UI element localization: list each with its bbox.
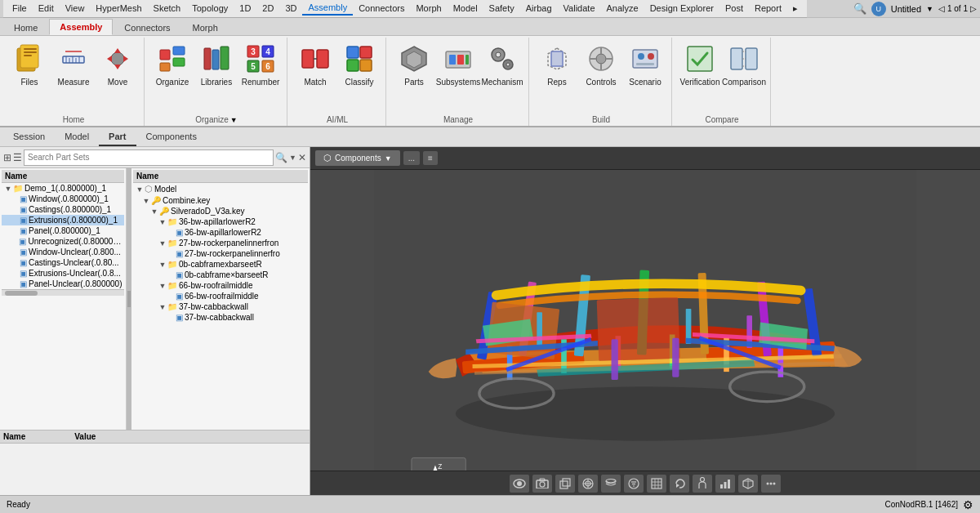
menu-airbag[interactable]: Airbag [520,2,558,15]
person-btn[interactable] [693,475,712,493]
menu-edit[interactable]: Edit [33,2,60,15]
tree-right-item-36bw[interactable]: ▼ 📁 36-bw-apillarlowerR2 [133,216,308,227]
rotate-btn[interactable] [670,475,689,493]
dropdown-icon[interactable]: ▼ [289,154,296,162]
menu-2d[interactable]: 2D [256,2,279,15]
tree-item-extrusions-unclear[interactable]: ▣ Extrusions-Unclear(.0.8... [2,268,124,279]
mechanism-button[interactable]: Mechanism [481,39,523,105]
tree-item-castings[interactable]: ▣ Castings(.0.800000)_1 [2,204,124,215]
controls-button[interactable]: Controls [580,39,622,105]
tree-right-item-0b-sub[interactable]: ▣ 0b-cabframe×barseetR [133,270,308,280]
organize-dropdown-icon[interactable]: ▼ [230,116,238,126]
tree-item-panel-unclear[interactable]: ▣ Panel-Unclear(.0.800000) [2,279,124,289]
search-btn[interactable]: 🔍 [275,152,287,163]
box-btn[interactable] [555,475,575,493]
menu-morph[interactable]: Morph [410,2,447,15]
menu-safety[interactable]: Safety [483,2,520,15]
libraries-button[interactable]: Libraries [195,39,238,105]
list-view-icon[interactable]: ☰ [13,152,22,163]
tree-item-window-unclear[interactable]: ▣ Window-Unclear(.0.800... [2,247,124,257]
tree-right-item-37bw-sub[interactable]: ▣ 37-bw-cabbackwall [133,312,308,323]
tree-right-item-36bw-sub[interactable]: ▣ 36-bw-apillarlowerR2 [133,227,308,238]
tree-right-item-0b[interactable]: ▼ 📁 0b-cabframexbarseetR [133,259,308,270]
match-button[interactable]: Match [294,39,336,105]
tree-right-item-66bw[interactable]: ▼ 📁 66-bw-roofrailmiddle [133,280,308,291]
menu-model[interactable]: Model [448,2,483,15]
sub-tab-model[interactable]: Model [55,128,99,146]
view-eye-btn[interactable] [510,475,529,493]
menu-post[interactable]: Post [719,2,749,15]
close-panel-icon[interactable]: ✕ [298,152,306,163]
menu-1d[interactable]: 1D [234,2,256,15]
viewport-more-btn[interactable]: ... [403,151,420,165]
verification-button[interactable]: Verification [679,39,721,105]
ribbon-tab-assembly[interactable]: Assembly [49,19,113,35]
tree-right-item-model[interactable]: ▼ ⬡ Model [133,183,308,195]
sub-tab-components[interactable]: Components [136,128,207,146]
sub-tab-session[interactable]: Session [3,128,55,146]
filter-btn[interactable] [624,475,644,493]
comparison-button[interactable]: Comparison [723,39,765,105]
renumber-button[interactable]: 3 4 5 6 Renumber [239,39,282,105]
parts-button[interactable]: Parts [393,39,435,105]
menu-report[interactable]: Report [749,2,787,15]
organize-button[interactable]: Organize [151,39,194,105]
components-tab[interactable]: ⬡ Components ▼ [315,150,400,166]
cube-btn[interactable] [738,475,758,493]
tree-right-item-37bw[interactable]: ▼ 📁 37-bw-cabbackwall [133,301,308,312]
ribbon-tab-morph[interactable]: Morph [182,20,229,35]
menu-design-explorer[interactable]: Design Explorer [644,2,719,15]
menu-view[interactable]: View [60,2,91,15]
tree-item-demo1[interactable]: ▼ 📁 Demo_1(.0.800000)_1 [2,183,124,194]
menu-assembly[interactable]: Assembly [302,1,353,16]
menu-hypermesh[interactable]: HyperMesh [90,2,147,15]
reps-button[interactable]: Reps [536,39,578,105]
tree-right-item-silverado[interactable]: ▼ 🔑 SilveradoD_V3a.key [133,206,308,216]
files-button[interactable]: Files [8,39,51,105]
layer-btn[interactable] [601,475,621,493]
chart-btn[interactable] [715,475,735,493]
menu-more[interactable]: ▸ [787,2,804,16]
tree-item-extrusions[interactable]: ▣ Extrusions(.0.800000)_1 [2,215,124,225]
target-btn[interactable] [578,475,598,493]
menu-file[interactable]: File [7,2,33,15]
menu-validate[interactable]: Validate [558,2,601,15]
menu-connectors[interactable]: Connectors [353,2,410,15]
components-tab-dropdown[interactable]: ▼ [385,154,392,163]
menu-3d[interactable]: 3D [279,2,302,15]
grid-view-icon[interactable]: ⊞ [3,152,11,163]
tree-left-scrollbar-h[interactable] [2,289,124,296]
tree-item-label: Extrusions(.0.800000)_1 [29,216,118,225]
search-input[interactable] [24,149,274,166]
measure-button[interactable]: Measure [52,39,95,105]
tree-right-item-27bw-sub[interactable]: ▣ 27-bw-rockerpanelinnerfro [133,248,308,259]
subsystems-button[interactable]: Subsystems [437,39,479,105]
dots-btn[interactable] [761,475,781,493]
settings-icon[interactable]: ⚙ [963,498,973,511]
title-dropdown-icon[interactable]: ▼ [926,5,933,13]
tree-item-unrecognized[interactable]: ▣ Unrecognized(.0.800000)... [2,236,124,247]
tree-right-item-combine[interactable]: ▼ 🔑 Combine.key [133,195,308,206]
classify-button[interactable]: Classify [338,39,381,105]
viewport-menu-btn[interactable]: ≡ [423,151,438,165]
app-title[interactable]: Untitled [891,4,921,14]
3d-viewport[interactable]: Z X Y R IGH TOP [310,170,980,495]
tree-right-item-27bw[interactable]: ▼ 📁 27-bw-rockerpanelinnerfron [133,238,308,248]
grid-btn[interactable] [647,475,666,493]
camera-btn[interactable] [532,475,552,493]
menu-topology[interactable]: Topology [186,2,234,15]
ribbon-tab-connectors[interactable]: Connectors [114,20,180,35]
ribbon-tab-home[interactable]: Home [3,20,48,35]
tree-item-window[interactable]: ▣ Window(.0.800000)_1 [2,194,124,204]
tree-item-castings-unclear[interactable]: ▣ Castings-Unclear(.0.80... [2,257,124,268]
tree-item-panel[interactable]: ▣ Panel(.0.800000)_1 [2,225,124,236]
build-group-label: Build [592,114,610,126]
sub-tab-part[interactable]: Part [99,128,136,146]
menu-analyze[interactable]: Analyze [601,2,644,15]
svg-rect-21 [204,48,211,69]
scenario-button[interactable]: Scenario [624,39,666,105]
search-icon[interactable]: 🔍 [853,2,866,15]
menu-sketch[interactable]: Sketch [148,2,187,15]
move-button[interactable]: Move [96,39,139,105]
tree-right-item-66bw-sub[interactable]: ▣ 66-bw-roofrailmiddle [133,291,308,301]
